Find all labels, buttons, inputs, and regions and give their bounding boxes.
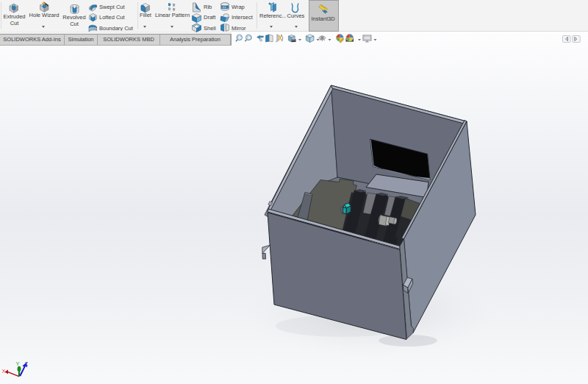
svg-text:Z: Z — [25, 360, 29, 367]
svg-text:X: X — [2, 368, 6, 374]
svg-text:Y: Y — [16, 360, 20, 367]
